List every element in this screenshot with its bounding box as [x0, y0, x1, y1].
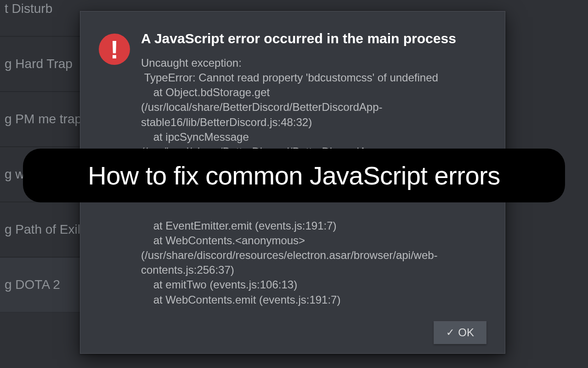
ok-button-label: OK [458, 326, 474, 339]
dialog-title: A JavaScript error occurred in the main … [141, 31, 486, 46]
sidebar-item-label: t Disturb [5, 1, 52, 16]
overlay-caption: How to fix common JavaScript errors [23, 149, 565, 202]
sidebar-item-label: g Path of Exil [5, 222, 80, 237]
sidebar-item-label: g DOTA 2 [5, 277, 60, 292]
error-icon-glyph: ! [110, 34, 119, 64]
dialog-footer: ✓ OK [99, 316, 486, 344]
overlay-text: How to fix common JavaScript errors [88, 161, 500, 190]
sidebar-item-label: g Hard Trap [5, 57, 73, 71]
check-icon: ✓ [446, 327, 454, 339]
error-alert-icon: ! [99, 34, 130, 65]
sidebar-item-label: g PM me trap [5, 112, 82, 126]
ok-button[interactable]: ✓ OK [434, 321, 486, 344]
app-background: t Disturb g Hard Trap g PM me trap g wit… [0, 0, 588, 368]
